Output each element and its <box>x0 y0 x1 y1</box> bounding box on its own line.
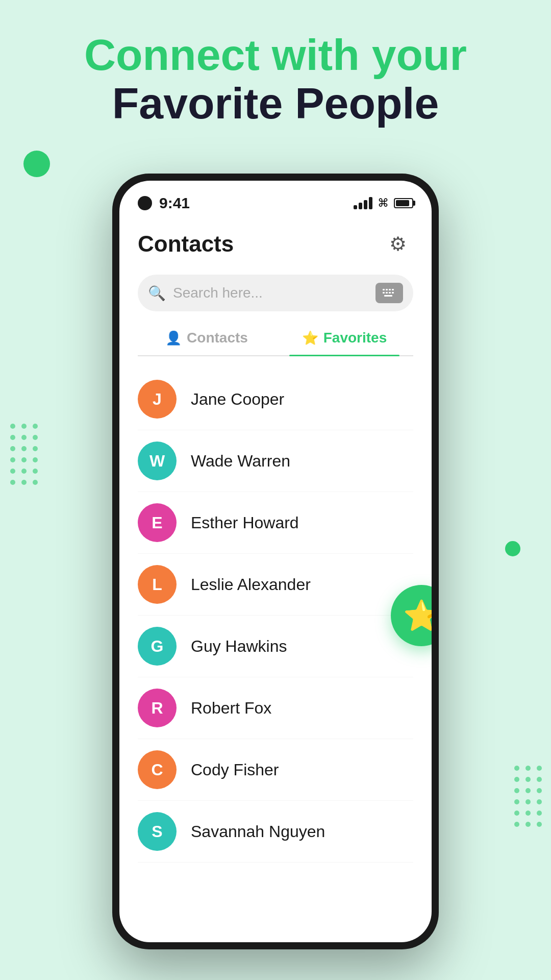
contact-avatar: L <box>138 565 177 604</box>
svg-rect-1 <box>383 289 385 290</box>
gear-icon: ⚙ <box>389 233 407 255</box>
contact-name: Esther Howard <box>191 513 299 532</box>
left-dots-decoration <box>10 424 38 485</box>
tabs-container: 👤 Contacts ⭐ Favorites <box>138 330 413 356</box>
header-line2: Favorite People <box>20 79 531 128</box>
keyboard-svg <box>382 287 397 299</box>
favorites-tab-label: Favorites <box>323 330 387 346</box>
contact-name: Jane Cooper <box>191 390 284 409</box>
contact-name: Wade Warren <box>191 452 290 471</box>
search-bar[interactable]: 🔍 Search here... <box>138 275 413 311</box>
contact-item[interactable]: GGuy Hawkins <box>138 616 413 677</box>
header-line1: Connect with your <box>20 31 531 79</box>
svg-rect-6 <box>386 292 388 293</box>
status-icons: ⌘ <box>354 197 413 210</box>
contact-item[interactable]: WWade Warren <box>138 430 413 492</box>
contact-item[interactable]: CCody Fisher <box>138 739 413 801</box>
app-header: Contacts ⚙ <box>138 229 413 259</box>
star-icon: ⭐ <box>403 598 432 633</box>
svg-rect-2 <box>386 289 388 290</box>
contact-avatar: G <box>138 627 177 666</box>
app-title: Contacts <box>138 231 234 257</box>
contact-avatar: R <box>138 689 177 727</box>
wifi-icon: ⌘ <box>378 197 389 210</box>
contact-item[interactable]: LLeslie Alexander <box>138 554 413 616</box>
svg-rect-3 <box>389 289 391 290</box>
svg-rect-4 <box>392 289 394 290</box>
svg-rect-5 <box>383 292 385 293</box>
settings-button[interactable]: ⚙ <box>383 229 413 259</box>
tab-favorites[interactable]: ⭐ Favorites <box>276 330 413 355</box>
signal-icon <box>354 197 372 209</box>
contact-item[interactable]: SSavannah Nguyen <box>138 801 413 863</box>
favorites-tab-icon: ⭐ <box>302 330 318 346</box>
contact-item[interactable]: JJane Cooper <box>138 369 413 430</box>
search-icon: 🔍 <box>148 285 166 302</box>
phone-mockup: 9:41 ⌘ <box>112 174 439 949</box>
header-section: Connect with your Favorite People <box>0 31 551 127</box>
contact-name: Savannah Nguyen <box>191 822 325 841</box>
svg-rect-9 <box>384 295 392 297</box>
svg-rect-8 <box>392 292 394 293</box>
contact-item[interactable]: RRobert Fox <box>138 677 413 739</box>
contact-name: Guy Hawkins <box>191 637 287 656</box>
contact-name: Robert Fox <box>191 699 271 718</box>
contact-avatar: E <box>138 503 177 542</box>
keyboard-icon[interactable] <box>375 283 403 303</box>
battery-icon <box>394 198 413 208</box>
contact-avatar: J <box>138 380 177 419</box>
tab-contacts[interactable]: 👤 Contacts <box>138 330 276 355</box>
contact-name: Leslie Alexander <box>191 575 311 594</box>
contact-name: Cody Fisher <box>191 761 279 779</box>
svg-rect-7 <box>389 292 391 293</box>
status-bar: 9:41 ⌘ <box>119 181 432 216</box>
contacts-tab-label: Contacts <box>187 330 248 346</box>
contact-list: JJane CooperWWade WarrenEEsther HowardLL… <box>138 369 413 863</box>
contact-avatar: C <box>138 750 177 789</box>
status-time: 9:41 <box>159 194 190 212</box>
right-dots-decoration <box>514 766 542 827</box>
camera-dot <box>138 196 152 210</box>
search-input[interactable]: Search here... <box>173 285 368 301</box>
contact-item[interactable]: EEsther Howard <box>138 492 413 554</box>
contact-avatar: S <box>138 812 177 851</box>
contact-avatar: W <box>138 442 177 480</box>
contacts-tab-icon: 👤 <box>165 330 182 346</box>
